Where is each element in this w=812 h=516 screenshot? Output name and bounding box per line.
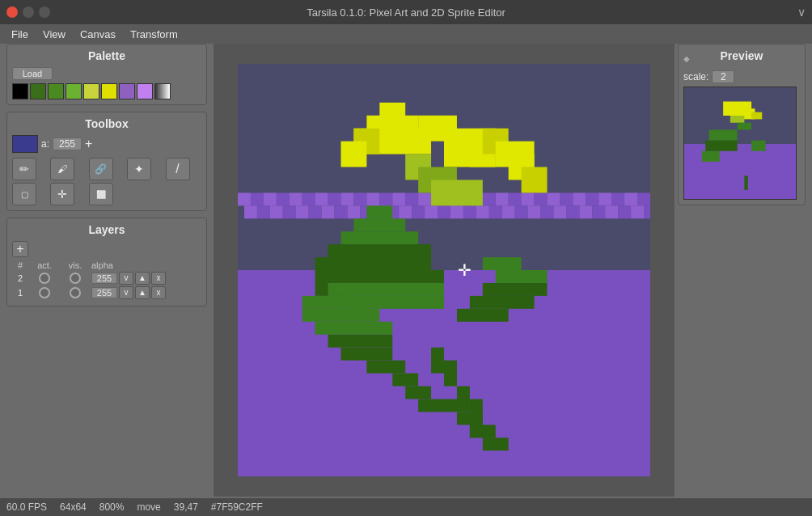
chevron-down-icon: ∨ xyxy=(797,6,806,19)
svg-rect-48 xyxy=(425,205,438,218)
svg-rect-103 xyxy=(522,167,548,193)
svg-rect-89 xyxy=(328,244,432,257)
layers-title: Layers xyxy=(12,223,201,236)
svg-rect-121 xyxy=(751,112,762,120)
svg-rect-88 xyxy=(341,231,419,244)
layer-col-act: act. xyxy=(30,260,59,270)
svg-rect-39 xyxy=(309,205,322,218)
svg-rect-56 xyxy=(528,205,541,218)
svg-rect-62 xyxy=(605,205,618,218)
svg-rect-31 xyxy=(611,192,624,205)
layer-v-btn-2[interactable]: v xyxy=(119,272,133,285)
color-swatch-2[interactable] xyxy=(48,83,64,99)
menu-transform[interactable]: Transform xyxy=(124,27,184,42)
svg-rect-24 xyxy=(522,192,535,205)
statusbar: 60.0 FPS 64x64 800% move 39,47 #7F59C2FF xyxy=(0,498,812,516)
minimize-button[interactable] xyxy=(39,6,50,18)
eraser-tool[interactable]: ▢ xyxy=(12,183,36,205)
color-swatch-7[interactable] xyxy=(137,83,153,99)
menu-file[interactable]: File xyxy=(5,27,35,42)
svg-rect-76 xyxy=(418,399,444,412)
color-swatch-6[interactable] xyxy=(119,83,135,99)
color-swatch-0[interactable] xyxy=(12,83,28,99)
move-tool[interactable]: ✛ xyxy=(50,183,74,205)
toolbox-title: Toolbox xyxy=(12,117,201,130)
titlebar: Tarsila 0.1.0: Pixel Art and 2D Sprite E… xyxy=(0,0,812,24)
layer-up-btn-1[interactable]: ▲ xyxy=(135,286,150,299)
line-tool[interactable]: / xyxy=(166,158,190,180)
svg-rect-112 xyxy=(470,399,483,438)
svg-rect-92 xyxy=(328,283,444,296)
svg-rect-60 xyxy=(579,205,592,218)
svg-rect-63 xyxy=(618,205,631,218)
svg-rect-7 xyxy=(302,192,315,205)
svg-rect-93 xyxy=(341,296,445,309)
alpha-input[interactable] xyxy=(53,137,82,150)
palette-title: Palette xyxy=(12,49,201,62)
pencil-tool[interactable]: ✏ xyxy=(12,158,36,180)
coords-display: 39,47 xyxy=(174,501,198,513)
palette-load-button[interactable]: Load xyxy=(12,67,53,80)
add-layer-button[interactable]: + xyxy=(12,241,28,257)
layer-x-btn-2[interactable]: x xyxy=(151,272,166,285)
layer-num-1: 1 xyxy=(12,288,28,298)
menu-view[interactable]: View xyxy=(36,27,72,42)
svg-rect-85 xyxy=(457,309,509,322)
svg-rect-11 xyxy=(353,192,366,205)
layer-visible-radio-2[interactable] xyxy=(70,273,81,284)
alpha-plus-button[interactable]: + xyxy=(85,137,92,151)
layer-row-1: 1 v ▲ x xyxy=(12,286,201,299)
layer-visible-radio-1[interactable] xyxy=(70,287,81,298)
svg-rect-16 xyxy=(418,192,431,205)
svg-rect-2 xyxy=(238,192,251,205)
svg-rect-12 xyxy=(366,192,379,205)
svg-rect-49 xyxy=(438,205,450,218)
close-button[interactable] xyxy=(6,6,18,18)
maximize-button[interactable] xyxy=(23,6,34,18)
layer-up-btn-2[interactable]: ▲ xyxy=(135,272,150,285)
svg-rect-117 xyxy=(709,130,738,141)
svg-rect-84 xyxy=(470,296,535,309)
titlebar-controls xyxy=(6,6,50,18)
toolbox-current-color[interactable] xyxy=(12,135,38,153)
canvas-svg xyxy=(238,64,650,476)
color-swatch-1[interactable] xyxy=(30,83,46,99)
layer-x-btn-1[interactable]: x xyxy=(151,286,166,299)
layer-v-btn-1[interactable]: v xyxy=(119,286,133,299)
svg-rect-83 xyxy=(483,283,548,296)
color-swatch-3[interactable] xyxy=(66,83,82,99)
layer-active-radio-1[interactable] xyxy=(39,287,50,298)
svg-rect-59 xyxy=(566,205,579,218)
svg-rect-70 xyxy=(315,322,393,335)
menu-canvas[interactable]: Canvas xyxy=(74,27,122,42)
preview-scale-label: scale: xyxy=(683,71,708,82)
layer-alpha-2[interactable] xyxy=(91,273,117,284)
svg-rect-72 xyxy=(341,348,393,361)
brush-tool[interactable]: 🖌 xyxy=(50,158,74,180)
layer-alpha-1[interactable] xyxy=(91,287,117,298)
color-swatch-4[interactable] xyxy=(83,83,99,99)
svg-rect-81 xyxy=(483,257,522,270)
zoom-display: 800% xyxy=(99,501,125,513)
svg-rect-87 xyxy=(353,218,405,231)
canvas-area[interactable]: ✛ xyxy=(214,44,675,497)
svg-rect-123 xyxy=(738,123,752,130)
svg-rect-105 xyxy=(341,142,367,167)
preview-title: Preview xyxy=(721,49,763,62)
color-swatch-5[interactable] xyxy=(101,83,117,99)
preview-panel: ◆ Preview ◆ scale: xyxy=(678,44,806,205)
gradient-swatch[interactable] xyxy=(154,83,171,99)
pixel-canvas[interactable]: ✛ xyxy=(238,64,650,476)
eyedropper-tool[interactable]: ✦ xyxy=(127,158,151,180)
svg-rect-28 xyxy=(573,192,586,205)
preview-scale-input[interactable] xyxy=(712,70,734,83)
layer-active-radio-2[interactable] xyxy=(39,273,50,284)
select-tool[interactable]: ⬜ xyxy=(89,183,113,205)
svg-rect-82 xyxy=(496,270,548,283)
svg-rect-23 xyxy=(509,192,522,205)
link-tool[interactable]: 🔗 xyxy=(89,158,113,180)
svg-rect-73 xyxy=(366,361,405,374)
svg-rect-53 xyxy=(489,205,502,218)
svg-rect-57 xyxy=(541,205,554,218)
svg-rect-51 xyxy=(463,205,476,218)
